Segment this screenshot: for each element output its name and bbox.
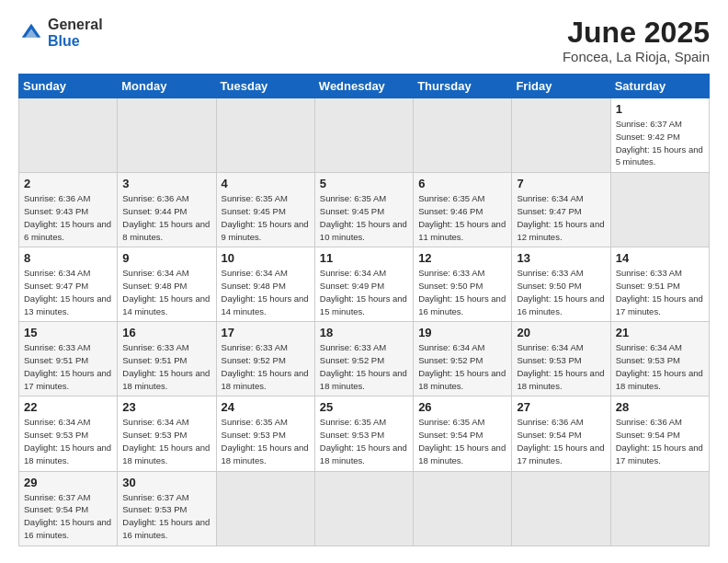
title-block: June 2025 Foncea, La Rioja, Spain [563,17,710,64]
table-row: 16Sunrise: 6:33 AMSunset: 9:51 PMDayligh… [118,322,216,396]
table-row: 6Sunrise: 6:35 AMSunset: 9:46 PMDaylight… [414,173,512,247]
week-row: 1Sunrise: 6:37 AMSunset: 9:42 PMDaylight… [19,98,710,173]
table-row: 2Sunrise: 6:36 AMSunset: 9:43 PMDaylight… [19,173,118,247]
table-row: 20Sunrise: 6:34 AMSunset: 9:53 PMDayligh… [512,322,610,396]
logo-text: General Blue [48,17,103,49]
table-row: 12Sunrise: 6:33 AMSunset: 9:50 PMDayligh… [414,247,512,322]
table-row: 25Sunrise: 6:35 AMSunset: 9:53 PMDayligh… [314,396,413,471]
table-row: 24Sunrise: 6:35 AMSunset: 9:53 PMDayligh… [216,396,314,471]
table-row: 29Sunrise: 6:37 AMSunset: 9:54 PMDayligh… [19,471,118,546]
col-friday: Friday [512,75,610,98]
logo-icon [18,20,44,46]
week-row: 15Sunrise: 6:33 AMSunset: 9:51 PMDayligh… [19,322,710,396]
table-row: 21Sunrise: 6:34 AMSunset: 9:53 PMDayligh… [610,322,709,396]
table-row: 27Sunrise: 6:36 AMSunset: 9:54 PMDayligh… [512,396,610,471]
table-row: 23Sunrise: 6:34 AMSunset: 9:53 PMDayligh… [118,396,216,471]
col-monday: Monday [118,75,216,98]
week-row: 2Sunrise: 6:36 AMSunset: 9:43 PMDaylight… [19,173,710,247]
col-wednesday: Wednesday [314,75,413,98]
col-tuesday: Tuesday [216,75,314,98]
col-sunday: Sunday [19,75,118,98]
table-row: 10Sunrise: 6:34 AMSunset: 9:48 PMDayligh… [216,247,314,322]
calendar-title: June 2025 [563,17,710,49]
table-row: 18Sunrise: 6:33 AMSunset: 9:52 PMDayligh… [314,322,413,396]
table-row: 4Sunrise: 6:35 AMSunset: 9:45 PMDaylight… [216,173,314,247]
table-row [512,471,610,546]
table-row [610,173,709,247]
table-row [414,471,512,546]
table-row: 8Sunrise: 6:34 AMSunset: 9:47 PMDaylight… [19,247,118,322]
page: General Blue June 2025 Foncea, La Rioja,… [0,0,728,563]
table-row: 3Sunrise: 6:36 AMSunset: 9:44 PMDaylight… [118,173,216,247]
table-row [314,471,413,546]
table-row: 14Sunrise: 6:33 AMSunset: 9:51 PMDayligh… [610,247,709,322]
table-row: 30Sunrise: 6:37 AMSunset: 9:53 PMDayligh… [118,471,216,546]
table-row [216,471,314,546]
table-row: 22Sunrise: 6:34 AMSunset: 9:53 PMDayligh… [19,396,118,471]
table-row: 1Sunrise: 6:37 AMSunset: 9:42 PMDaylight… [610,98,709,173]
table-row: 7Sunrise: 6:34 AMSunset: 9:47 PMDaylight… [512,173,610,247]
logo: General Blue [18,17,103,49]
week-row: 22Sunrise: 6:34 AMSunset: 9:53 PMDayligh… [19,396,710,471]
table-row: 17Sunrise: 6:33 AMSunset: 9:52 PMDayligh… [216,322,314,396]
table-row: 15Sunrise: 6:33 AMSunset: 9:51 PMDayligh… [19,322,118,396]
table-row: 9Sunrise: 6:34 AMSunset: 9:48 PMDaylight… [118,247,216,322]
header-row: Sunday Monday Tuesday Wednesday Thursday… [19,75,710,98]
table-row: 28Sunrise: 6:36 AMSunset: 9:54 PMDayligh… [610,396,709,471]
table-row [610,471,709,546]
empty-cell [314,98,413,173]
logo-blue: Blue [48,33,103,50]
table-row: 26Sunrise: 6:35 AMSunset: 9:54 PMDayligh… [414,396,512,471]
logo-general: General [48,17,103,33]
week-row: 8Sunrise: 6:34 AMSunset: 9:47 PMDaylight… [19,247,710,322]
header: General Blue June 2025 Foncea, La Rioja,… [18,17,710,64]
table-row: 11Sunrise: 6:34 AMSunset: 9:49 PMDayligh… [314,247,413,322]
table-row: 13Sunrise: 6:33 AMSunset: 9:50 PMDayligh… [512,247,610,322]
empty-cell [512,98,610,173]
empty-cell [216,98,314,173]
table-row: 19Sunrise: 6:34 AMSunset: 9:52 PMDayligh… [414,322,512,396]
table-row: 5Sunrise: 6:35 AMSunset: 9:45 PMDaylight… [314,173,413,247]
col-thursday: Thursday [414,75,512,98]
week-row: 29Sunrise: 6:37 AMSunset: 9:54 PMDayligh… [19,471,710,546]
empty-cell [118,98,216,173]
empty-cell [19,98,118,173]
calendar-subtitle: Foncea, La Rioja, Spain [563,49,710,64]
empty-cell [414,98,512,173]
col-saturday: Saturday [610,75,709,98]
calendar-table: Sunday Monday Tuesday Wednesday Thursday… [18,74,710,546]
